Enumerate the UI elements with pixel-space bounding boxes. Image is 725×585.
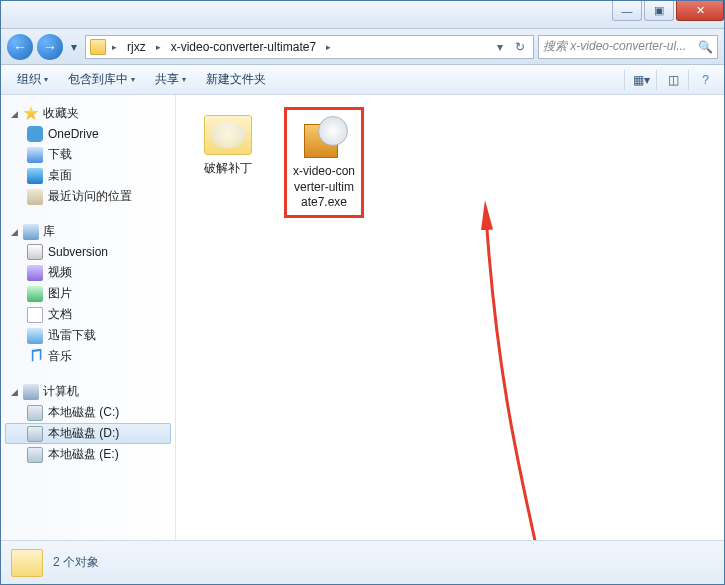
- exe-item[interactable]: x-video-converter-ultimate7.exe: [284, 107, 364, 218]
- breadcrumb-seg[interactable]: x-video-converter-ultimate7: [167, 40, 320, 54]
- refresh-icon[interactable]: ↻: [511, 38, 529, 56]
- libraries-label: 库: [43, 223, 55, 240]
- documents-item[interactable]: 文档: [5, 304, 171, 325]
- hdd-icon: [27, 405, 43, 421]
- file-items: 破解补丁 x-video-converter-ultimate7.exe: [188, 107, 712, 218]
- recent-item[interactable]: 最近访问的位置: [5, 186, 171, 207]
- libraries-group: ◢ 库 Subversion 视频 图片 文档 迅雷下载 音乐: [5, 221, 171, 367]
- search-placeholder: 搜索 x-video-converter-ul...: [543, 38, 686, 55]
- body: ◢ 收藏夹 OneDrive 下载 桌面 最近访问的位置 ◢ 库 Subvers…: [1, 95, 724, 540]
- onedrive-label: OneDrive: [48, 127, 99, 141]
- xunlei-icon: [27, 328, 43, 344]
- drive-e-label: 本地磁盘 (E:): [48, 446, 119, 463]
- drive-c-item[interactable]: 本地磁盘 (C:): [5, 402, 171, 423]
- installer-icon: [300, 116, 348, 160]
- new-folder-button[interactable]: 新建文件夹: [198, 67, 274, 92]
- pictures-item[interactable]: 图片: [5, 283, 171, 304]
- include-label: 包含到库中: [68, 71, 128, 88]
- svn-icon: [27, 244, 43, 260]
- organize-label: 组织: [17, 71, 41, 88]
- favorites-label: 收藏夹: [43, 105, 79, 122]
- documents-label: 文档: [48, 306, 72, 323]
- status-folder-icon: [11, 549, 43, 577]
- search-icon[interactable]: 🔍: [698, 40, 713, 54]
- onedrive-item[interactable]: OneDrive: [5, 124, 171, 144]
- music-icon: [27, 349, 43, 365]
- folder-icon: [204, 115, 252, 155]
- downloads-item[interactable]: 下载: [5, 144, 171, 165]
- help-button[interactable]: ?: [688, 70, 716, 90]
- forward-button[interactable]: →: [37, 34, 63, 60]
- computer-label: 计算机: [43, 383, 79, 400]
- drive-d-label: 本地磁盘 (D:): [48, 425, 119, 442]
- collapse-icon: ◢: [9, 109, 19, 119]
- addr-right: ▾ ↻: [491, 38, 529, 56]
- history-dropdown-icon[interactable]: ▾: [491, 38, 509, 56]
- recent-label: 最近访问的位置: [48, 188, 132, 205]
- search-box[interactable]: 搜索 x-video-converter-ul... 🔍: [538, 35, 718, 59]
- libraries-header[interactable]: ◢ 库: [5, 221, 171, 242]
- organize-menu[interactable]: 组织 ▾: [9, 67, 56, 92]
- minimize-button[interactable]: —: [612, 1, 642, 21]
- recent-icon: [27, 189, 43, 205]
- breadcrumb-sep-icon: ▸: [324, 42, 333, 52]
- videos-item[interactable]: 视频: [5, 262, 171, 283]
- drive-d-item[interactable]: 本地磁盘 (D:): [5, 423, 171, 444]
- music-item[interactable]: 音乐: [5, 346, 171, 367]
- statusbar: 2 个对象: [1, 540, 724, 584]
- desktop-item[interactable]: 桌面: [5, 165, 171, 186]
- drive-c-label: 本地磁盘 (C:): [48, 404, 119, 421]
- collapse-icon: ◢: [9, 387, 19, 397]
- back-button[interactable]: ←: [7, 34, 33, 60]
- share-label: 共享: [155, 71, 179, 88]
- hdd-icon: [27, 447, 43, 463]
- library-icon: [23, 224, 39, 240]
- svn-label: Subversion: [48, 245, 108, 259]
- toolbar-right: ▦ ▾ ◫ ?: [624, 70, 716, 90]
- video-icon: [27, 265, 43, 281]
- pictures-icon: [27, 286, 43, 302]
- maximize-button[interactable]: ▣: [644, 1, 674, 21]
- document-icon: [27, 307, 43, 323]
- status-text: 2 个对象: [53, 554, 99, 571]
- preview-pane-button[interactable]: ◫: [656, 70, 684, 90]
- favorites-group: ◢ 收藏夹 OneDrive 下载 桌面 最近访问的位置: [5, 103, 171, 207]
- computer-group: ◢ 计算机 本地磁盘 (C:) 本地磁盘 (D:) 本地磁盘 (E:): [5, 381, 171, 465]
- desktop-label: 桌面: [48, 167, 72, 184]
- newfolder-label: 新建文件夹: [206, 71, 266, 88]
- annotation-arrow: [446, 195, 546, 540]
- desktop-icon: [27, 168, 43, 184]
- collapse-icon: ◢: [9, 227, 19, 237]
- window-controls: — ▣ ✕: [610, 1, 724, 21]
- share-menu[interactable]: 共享 ▾: [147, 67, 194, 92]
- include-in-library-menu[interactable]: 包含到库中 ▾: [60, 67, 143, 92]
- view-options-button[interactable]: ▦ ▾: [624, 70, 652, 90]
- navbar: ← → ▾ ▸ rjxz ▸ x-video-converter-ultimat…: [1, 29, 724, 65]
- computer-icon: [23, 384, 39, 400]
- hdd-icon: [27, 426, 43, 442]
- nav-history-dropdown[interactable]: ▾: [67, 34, 81, 60]
- chevron-down-icon: ▾: [182, 75, 186, 84]
- download-icon: [27, 147, 43, 163]
- chevron-down-icon: ▾: [131, 75, 135, 84]
- video-label: 视频: [48, 264, 72, 281]
- pictures-label: 图片: [48, 285, 72, 302]
- toolbar: 组织 ▾ 包含到库中 ▾ 共享 ▾ 新建文件夹 ▦ ▾ ◫ ?: [1, 65, 724, 95]
- folder-label: 破解补丁: [192, 161, 264, 177]
- folder-item[interactable]: 破解补丁: [188, 107, 268, 181]
- subversion-item[interactable]: Subversion: [5, 242, 171, 262]
- computer-header[interactable]: ◢ 计算机: [5, 381, 171, 402]
- address-bar[interactable]: ▸ rjxz ▸ x-video-converter-ultimate7 ▸ ▾…: [85, 35, 534, 59]
- star-icon: [23, 106, 39, 122]
- breadcrumb-seg[interactable]: rjxz: [123, 40, 150, 54]
- explorer-window: — ▣ ✕ ← → ▾ ▸ rjxz ▸ x-video-converter-u…: [0, 0, 725, 585]
- chevron-down-icon: ▾: [44, 75, 48, 84]
- close-button[interactable]: ✕: [676, 1, 724, 21]
- breadcrumb-sep-icon: ▸: [110, 42, 119, 52]
- favorites-header[interactable]: ◢ 收藏夹: [5, 103, 171, 124]
- drive-e-item[interactable]: 本地磁盘 (E:): [5, 444, 171, 465]
- downloads-label: 下载: [48, 146, 72, 163]
- breadcrumb-sep-icon: ▸: [154, 42, 163, 52]
- file-pane[interactable]: 破解补丁 x-video-converter-ultimate7.exe: [176, 95, 724, 540]
- xunlei-item[interactable]: 迅雷下载: [5, 325, 171, 346]
